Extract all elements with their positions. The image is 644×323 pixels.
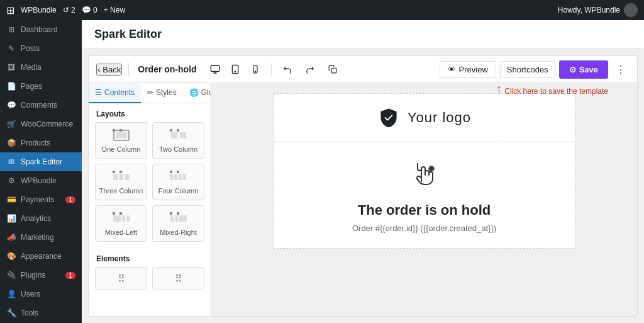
page-header: Spark Editor <box>82 20 644 49</box>
canvas-logo-section: Your logo <box>274 94 575 142</box>
analytics-icon: 📊 <box>6 214 16 223</box>
save-label: Save <box>579 65 598 74</box>
tab-styles[interactable]: ✏ Styles <box>141 83 183 103</box>
shortcodes-button[interactable]: Shortcodes <box>500 61 555 78</box>
tools-icon: 🔧 <box>6 309 16 317</box>
undo-button[interactable] <box>278 60 297 79</box>
svg-rect-18 <box>125 174 130 180</box>
styles-icon: ✏ <box>147 88 153 97</box>
sidebar-item-plugins[interactable]: 🔌 Plugins 1 <box>0 266 82 285</box>
sidebar-label-marketing: Marketing <box>21 233 54 242</box>
tab-global-label: Global <box>201 88 211 97</box>
sidebar-item-media[interactable]: 🖼 Media <box>0 58 82 77</box>
sidebar-item-wpbundle[interactable]: ⚙ WPBundle <box>0 171 82 190</box>
sidebar-label-payments: Payments <box>21 195 54 204</box>
mobile-view-button[interactable] <box>246 60 265 79</box>
sidebar-item-appearance[interactable]: 🎨 Appearance <box>0 247 82 266</box>
global-icon: 🌐 <box>189 88 199 97</box>
order-title: The order is on hold <box>358 202 491 218</box>
svg-rect-23 <box>179 174 182 180</box>
sidebar-item-dashboard[interactable]: ⊞ Dashboard <box>0 20 82 39</box>
sidebar-item-users[interactable]: 👤 Users <box>0 285 82 303</box>
back-chevron-icon: ‹ <box>97 65 100 74</box>
layouts-grid: One Column Two Column <box>89 122 211 248</box>
layout-two-column[interactable]: Two Column <box>152 122 204 159</box>
sidebar-item-spark-editor[interactable]: ✉ Spark Editor <box>0 152 82 171</box>
sidebar-item-pages[interactable]: 📄 Pages <box>0 77 82 96</box>
tab-contents-label: Contents <box>104 88 135 97</box>
sidebar-label-spark-editor: Spark Editor <box>21 157 62 166</box>
svg-rect-15 <box>119 171 122 173</box>
svg-rect-11 <box>177 129 179 132</box>
layout-mixed-left[interactable]: Mixed-Left <box>95 205 147 242</box>
svg-rect-12 <box>171 132 177 139</box>
back-button[interactable]: ‹ Back <box>96 64 122 76</box>
wp-logo-icon[interactable]: ⊞ <box>6 4 14 16</box>
left-panel: ☰ Contents ✏ Styles 🌐 Global Layouts <box>89 83 211 316</box>
layout-mixed-right[interactable]: Mixed-Right <box>152 205 204 242</box>
sidebar-label-pages: Pages <box>21 82 42 91</box>
svg-point-4 <box>255 71 255 72</box>
tab-global[interactable]: 🌐 Global <box>183 83 211 103</box>
elements-item-1[interactable]: ⠿ <box>95 267 147 290</box>
save-button[interactable]: ⊙ Save <box>559 60 608 79</box>
plugins-icon: 🔌 <box>6 271 16 280</box>
elements-item-2[interactable]: ⠿ <box>152 267 204 290</box>
svg-rect-28 <box>122 215 125 222</box>
spark-editor-icon: ✉ <box>6 157 16 166</box>
hand-pointer-icon <box>409 157 440 195</box>
top-bar-left: ⊞ WPBundle ↺ 2 💬 0 + New <box>6 4 125 16</box>
two-column-icon <box>169 128 189 143</box>
layout-four-column[interactable]: Four Column <box>152 164 204 200</box>
toolbar-device-icons <box>206 60 265 79</box>
preview-button[interactable]: 👁 Preview <box>440 61 496 78</box>
order-subtitle: Order #{{order.id}} ({{order.created_at}… <box>352 224 496 233</box>
site-name[interactable]: WPBundle <box>21 6 57 14</box>
new-button[interactable]: + New <box>104 6 125 14</box>
pages-icon: 📄 <box>6 82 16 91</box>
svg-rect-20 <box>177 171 179 173</box>
media-icon: 🖼 <box>6 63 16 72</box>
sidebar-item-payments[interactable]: 💳 Payments 1 <box>0 190 82 209</box>
tab-contents[interactable]: ☰ Contents <box>89 83 141 103</box>
three-column-label: Three Column <box>99 187 143 195</box>
desktop-view-button[interactable] <box>206 60 225 79</box>
mobile-icon <box>251 64 260 74</box>
sidebar-label-media: Media <box>21 63 42 72</box>
one-column-label: One Column <box>102 145 141 153</box>
sidebar-item-products[interactable]: 📦 Products <box>0 133 82 152</box>
editor-body: ☰ Contents ✏ Styles 🌐 Global Layouts <box>88 83 638 317</box>
products-icon: 📦 <box>6 139 16 147</box>
sidebar-item-comments[interactable]: 💬 Comments <box>0 96 82 115</box>
marketing-icon: 📣 <box>6 233 16 242</box>
sidebar-item-analytics[interactable]: 📊 Analytics <box>0 209 82 228</box>
sidebar-label-wpbundle: WPBundle <box>21 176 57 185</box>
tablet-view-button[interactable] <box>226 60 245 79</box>
canvas-content-section: The order is on hold Order #{{order.id}}… <box>274 142 575 248</box>
logo-shield-icon <box>377 106 400 129</box>
svg-rect-16 <box>113 174 118 180</box>
save-icon: ⊙ <box>569 65 576 74</box>
sidebar-item-posts[interactable]: ✎ Posts <box>0 39 82 58</box>
more-options-button[interactable]: ⋮ <box>612 60 630 78</box>
sidebar-item-marketing[interactable]: 📣 Marketing <box>0 228 82 247</box>
user-avatar[interactable] <box>624 3 638 17</box>
comments-badge[interactable]: 💬 0 <box>82 6 97 14</box>
appearance-icon: 🎨 <box>6 252 16 261</box>
save-tooltip-text: Click here to save the template <box>504 87 608 96</box>
sidebar-item-woocommerce[interactable]: 🛒 WooCommerce <box>0 115 82 133</box>
redo-button[interactable] <box>301 60 319 79</box>
svg-rect-29 <box>126 215 130 222</box>
top-bar: ⊞ WPBundle ↺ 2 💬 0 + New Howdy, WPBundle <box>0 0 644 20</box>
woocommerce-icon: 🛒 <box>6 120 16 128</box>
three-column-icon <box>111 169 131 184</box>
two-column-label: Two Column <box>159 145 197 153</box>
editor-container: ‹ Back Order on-hold <box>82 49 644 323</box>
updates-badge[interactable]: ↺ 2 <box>63 6 75 14</box>
sidebar-item-tools[interactable]: 🔧 Tools <box>0 303 82 322</box>
sidebar-label-plugins: Plugins <box>21 271 45 280</box>
copy-button[interactable] <box>323 60 342 79</box>
layout-three-column[interactable]: Three Column <box>95 164 147 200</box>
tab-styles-label: Styles <box>156 88 177 97</box>
layout-one-column[interactable]: One Column <box>95 122 147 159</box>
